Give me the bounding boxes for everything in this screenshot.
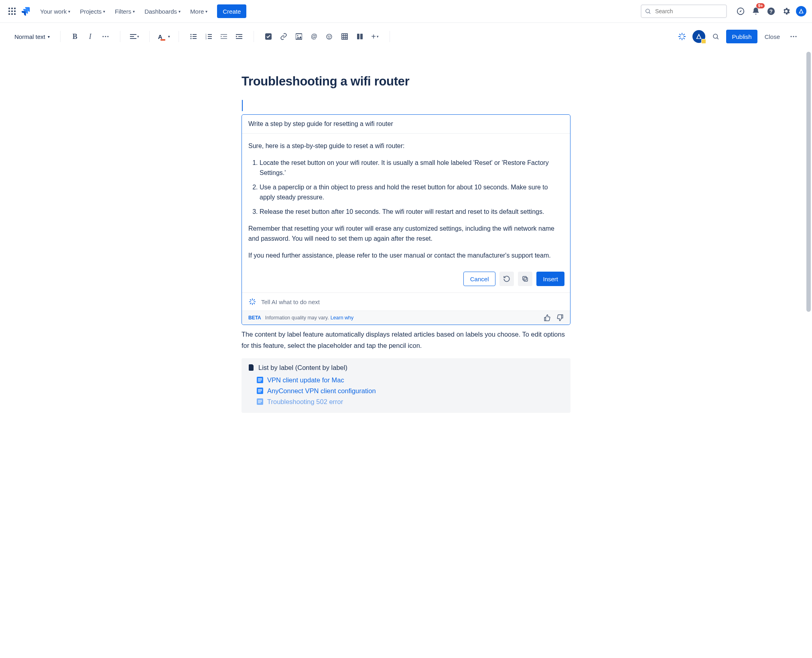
retry-button[interactable] [499, 272, 514, 286]
svg-rect-74 [258, 390, 262, 391]
svg-point-7 [105, 36, 106, 37]
svg-line-52 [684, 34, 684, 35]
svg-marker-29 [236, 36, 238, 37]
svg-rect-71 [258, 381, 261, 382]
svg-line-50 [684, 38, 684, 39]
chevron-down-icon: ▾ [103, 9, 105, 14]
document-icon [249, 364, 254, 371]
overflow-button[interactable] [787, 30, 800, 43]
svg-rect-27 [221, 38, 227, 39]
create-button[interactable]: Create [217, 4, 246, 18]
table-button[interactable] [338, 30, 351, 43]
related-article-link[interactable]: VPN client update for Mac [257, 376, 563, 384]
svg-point-0 [646, 9, 650, 13]
close-button[interactable]: Close [761, 31, 783, 43]
text-cursor [242, 100, 570, 111]
svg-rect-77 [258, 400, 262, 401]
more-formatting-button[interactable] [99, 30, 112, 43]
action-item-button[interactable] [262, 30, 275, 43]
user-avatar[interactable] [796, 6, 806, 16]
page-icon [257, 388, 263, 394]
svg-rect-19 [208, 34, 212, 35]
beta-tag: BETA [248, 315, 261, 321]
svg-line-51 [680, 38, 680, 39]
ai-next-input-row[interactable]: Tell AI what to do next [242, 292, 570, 311]
bullet-list-button[interactable] [187, 30, 200, 43]
italic-button[interactable]: I [84, 30, 97, 43]
nav-filters[interactable]: Filters▾ [111, 6, 139, 17]
app-switcher-icon[interactable] [6, 5, 18, 18]
svg-point-53 [713, 34, 718, 39]
find-button[interactable] [709, 30, 722, 43]
page-title[interactable]: Troubleshooting a wifi router [242, 74, 570, 89]
ai-intro: Sure, here is a step-by-step guide to re… [248, 141, 564, 151]
page-icon [257, 398, 263, 405]
editor-toolbar: Normal text ▾ B I ▾ A ▾ 123 [0, 23, 812, 50]
svg-rect-30 [238, 36, 242, 37]
ai-icon[interactable] [676, 30, 688, 43]
notifications-icon[interactable]: 9+ [750, 6, 761, 17]
ai-footer: BETA Information quality may vary. Learn… [242, 311, 570, 325]
svg-rect-15 [193, 36, 197, 37]
ai-steps-list: Locate the reset button on your wifi rou… [248, 158, 564, 217]
svg-text:3: 3 [205, 37, 207, 39]
svg-marker-25 [221, 36, 222, 37]
nav-projects[interactable]: Projects▾ [76, 6, 109, 17]
svg-rect-44 [360, 34, 363, 39]
jira-logo-icon[interactable] [22, 6, 31, 16]
related-article-link[interactable]: Troubleshooting 502 error [257, 398, 563, 406]
ai-paragraph: If you need further assistance, please r… [248, 250, 564, 261]
nav-your-work[interactable]: Your work▾ [36, 6, 74, 17]
svg-rect-58 [524, 278, 528, 281]
thumbs-up-icon[interactable] [544, 314, 551, 321]
search-input[interactable] [641, 4, 727, 18]
nav-dashboards[interactable]: Dashboards▾ [140, 6, 185, 17]
publish-button[interactable]: Publish [726, 30, 757, 43]
presence-status-icon [701, 39, 706, 44]
scrollbar[interactable] [806, 52, 811, 312]
cancel-button[interactable]: Cancel [463, 272, 496, 286]
text-style-select[interactable]: Normal text ▾ [12, 32, 52, 42]
search-icon [645, 8, 651, 14]
chevron-down-icon: ▾ [68, 9, 70, 14]
indent-button[interactable] [233, 30, 246, 43]
help-icon[interactable]: ? [765, 6, 777, 17]
svg-point-56 [793, 36, 794, 37]
label-box-title: List by label (Content by label) [249, 364, 563, 372]
svg-point-37 [330, 36, 330, 36]
presence-avatar[interactable] [692, 30, 705, 43]
search-box[interactable] [641, 4, 727, 18]
svg-point-8 [107, 36, 108, 37]
svg-line-65 [254, 303, 254, 304]
learn-why-link[interactable]: Learn why [331, 315, 354, 321]
mention-button[interactable]: @ [308, 30, 321, 43]
svg-rect-38 [342, 34, 347, 39]
svg-rect-24 [221, 34, 227, 35]
ai-next-placeholder: Tell AI what to do next [261, 299, 320, 305]
discover-icon[interactable] [735, 6, 746, 17]
related-article-link[interactable]: AnyConnect VPN client configuration [257, 387, 563, 395]
content-by-label-box[interactable]: List by label (Content by label) VPN cli… [242, 358, 570, 413]
nav-more[interactable]: More▾ [186, 6, 211, 17]
link-button[interactable] [277, 30, 290, 43]
svg-line-54 [717, 38, 719, 39]
insert-button[interactable]: Insert [536, 272, 564, 286]
svg-point-36 [328, 36, 329, 36]
text-color-button[interactable]: A ▾ [158, 30, 171, 43]
thumbs-down-icon[interactable] [556, 314, 564, 321]
emoji-button[interactable] [323, 30, 336, 43]
numbered-list-button[interactable]: 123 [202, 30, 215, 43]
svg-point-12 [190, 34, 191, 35]
image-button[interactable] [292, 30, 305, 43]
outdent-button[interactable] [217, 30, 230, 43]
copy-button[interactable] [518, 272, 532, 286]
layouts-button[interactable] [353, 30, 366, 43]
svg-rect-75 [258, 392, 261, 392]
align-button[interactable]: ▾ [128, 30, 141, 43]
settings-icon[interactable] [781, 6, 792, 17]
insert-more-button[interactable]: +▾ [369, 30, 382, 43]
chevron-down-icon: ▾ [179, 9, 181, 14]
bold-button[interactable]: B [69, 30, 81, 43]
body-paragraph[interactable]: The content by label feature automatical… [242, 329, 570, 351]
svg-rect-70 [258, 380, 262, 380]
